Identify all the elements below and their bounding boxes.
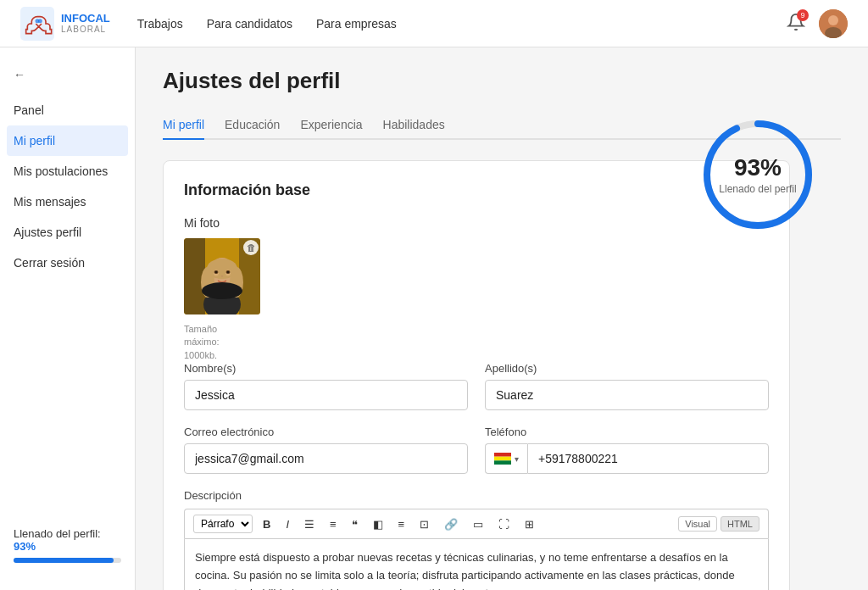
desc-paragraph-1: Siempre está dispuesto a probar nuevas r… bbox=[195, 549, 758, 590]
svg-point-20 bbox=[215, 271, 217, 273]
nombre-group: Nombre(s) bbox=[184, 362, 468, 410]
editor-toolbar: Párrafo B I ☰ ≡ ❝ ◧ ≡ ⊡ 🔗 ▭ ⛶ ⊞ bbox=[184, 509, 769, 538]
photo-section: Mi foto bbox=[184, 216, 769, 362]
svg-point-21 bbox=[227, 271, 229, 273]
tab-mi-perfil[interactable]: Mi perfil bbox=[163, 111, 204, 140]
progress-label: Llenado del perfil: bbox=[14, 527, 101, 540]
svg-rect-25 bbox=[494, 461, 511, 465]
delete-photo-button[interactable]: 🗑 bbox=[243, 240, 259, 255]
media-button[interactable]: ▭ bbox=[468, 515, 488, 533]
ordered-list-button[interactable]: ≡ bbox=[325, 515, 342, 533]
profile-completion-widget: 93% Llenado del perfil bbox=[698, 115, 817, 234]
photo-label: Mi foto bbox=[184, 216, 769, 230]
main-content: Ajustes del perfil Mi perfil Educación E… bbox=[136, 47, 868, 590]
sidebar-item-mi-perfil[interactable]: Mi perfil bbox=[7, 125, 128, 156]
notification-button[interactable]: 9 bbox=[787, 13, 805, 35]
align-left-button[interactable]: ◧ bbox=[368, 515, 388, 533]
logo[interactable]: INFOCAL LABORAL bbox=[20, 7, 110, 41]
table-button[interactable]: ⊞ bbox=[520, 515, 539, 533]
tab-educacion[interactable]: Educación bbox=[225, 111, 280, 140]
sidebar-progress: Llenado del perfil: 93% bbox=[0, 514, 135, 576]
fullscreen-button[interactable]: ⛶ bbox=[493, 515, 515, 533]
nombre-input[interactable] bbox=[184, 380, 468, 410]
apellido-group: Apellido(s) bbox=[485, 362, 769, 410]
country-flag-select[interactable]: ▾ bbox=[485, 443, 527, 474]
phone-row: ▾ bbox=[485, 443, 769, 474]
svg-point-22 bbox=[202, 282, 242, 299]
visual-view-button[interactable]: Visual bbox=[678, 516, 717, 532]
description-section: Descripción Párrafo B I ☰ ≡ ❝ ◧ ≡ ⊡ bbox=[184, 489, 769, 590]
circle-svg bbox=[698, 115, 817, 234]
sidebar-item-mis-mensajes[interactable]: Mis mensajes bbox=[0, 186, 135, 217]
svg-rect-23 bbox=[494, 453, 511, 457]
nav-empresas[interactable]: Para empresas bbox=[316, 17, 397, 31]
progress-bar-fill bbox=[14, 558, 114, 563]
telefono-label: Teléfono bbox=[485, 426, 769, 438]
sidebar-menu: Panel Mi perfil Mis postulaciones Mis me… bbox=[0, 95, 135, 514]
unordered-list-button[interactable]: ☰ bbox=[299, 515, 320, 533]
tab-habilidades[interactable]: Habilidades bbox=[383, 111, 445, 140]
svg-rect-24 bbox=[494, 457, 511, 461]
sidebar-item-ajustes-perfil[interactable]: Ajustes perfil bbox=[0, 217, 135, 248]
align-right-button[interactable]: ⊡ bbox=[415, 515, 434, 533]
email-label: Correo electrónico bbox=[184, 426, 468, 438]
email-input[interactable] bbox=[184, 443, 468, 474]
chevron-down-icon: ▾ bbox=[515, 454, 519, 464]
nav-candidatos[interactable]: Para candidatos bbox=[207, 17, 292, 31]
description-label: Descripción bbox=[184, 489, 769, 502]
nav-trabajos[interactable]: Trabajos bbox=[137, 17, 183, 31]
apellido-label: Apellido(s) bbox=[485, 362, 769, 375]
sidebar-item-panel[interactable]: Panel bbox=[0, 95, 135, 125]
phone-input[interactable] bbox=[527, 443, 769, 474]
tab-experiencia[interactable]: Experiencia bbox=[300, 111, 362, 140]
svg-point-2 bbox=[38, 19, 42, 23]
svg-point-27 bbox=[707, 124, 809, 225]
profile-card: Información base Mi foto bbox=[163, 160, 790, 590]
top-navigation: INFOCAL LABORAL Trabajos Para candidatos… bbox=[0, 0, 868, 47]
sidebar-item-mis-postulaciones[interactable]: Mis postulaciones bbox=[0, 156, 135, 186]
align-center-button[interactable]: ≡ bbox=[393, 515, 410, 533]
telefono-group: Teléfono ▾ bbox=[485, 426, 769, 474]
photo-size-hint: Tamaño máximo: 1000kb. bbox=[184, 323, 769, 362]
italic-button[interactable]: I bbox=[281, 515, 294, 533]
progress-pct: 93% bbox=[14, 540, 36, 553]
html-view-button[interactable]: HTML bbox=[721, 516, 760, 532]
link-button[interactable]: 🔗 bbox=[439, 515, 463, 533]
nav-right: 9 bbox=[787, 9, 848, 38]
blockquote-button[interactable]: ❝ bbox=[347, 515, 363, 533]
editor-content[interactable]: Siempre está dispuesto a probar nuevas r… bbox=[184, 538, 769, 590]
toolbar-left: Párrafo B I ☰ ≡ ❝ ◧ ≡ ⊡ 🔗 ▭ ⛶ ⊞ bbox=[193, 515, 539, 533]
sidebar-item-cerrar-sesion[interactable]: Cerrar sesión bbox=[0, 248, 135, 278]
contact-row: Correo electrónico Teléfono bbox=[184, 426, 769, 474]
progress-bar-background bbox=[14, 558, 121, 563]
toolbar-right: Visual HTML bbox=[678, 516, 760, 532]
user-avatar[interactable] bbox=[819, 9, 848, 38]
apellido-input[interactable] bbox=[485, 380, 769, 410]
nombre-label: Nombre(s) bbox=[184, 362, 468, 375]
sidebar: ← Panel Mi perfil Mis postulaciones Mis … bbox=[0, 47, 136, 590]
name-row: Nombre(s) Apellido(s) bbox=[184, 362, 769, 410]
card-title: Información base bbox=[184, 181, 769, 199]
notification-badge: 9 bbox=[797, 9, 809, 21]
photo-wrapper: 🗑 bbox=[184, 238, 260, 314]
back-arrow-icon: ← bbox=[14, 68, 25, 81]
bold-button[interactable]: B bbox=[258, 515, 275, 533]
page-title: Ajustes del perfil bbox=[163, 68, 841, 94]
format-select[interactable]: Párrafo bbox=[193, 515, 253, 533]
back-button[interactable]: ← bbox=[0, 61, 135, 88]
nav-links: Trabajos Para candidatos Para empresas bbox=[137, 17, 787, 31]
svg-point-4 bbox=[828, 15, 838, 25]
email-group: Correo electrónico bbox=[184, 426, 468, 474]
